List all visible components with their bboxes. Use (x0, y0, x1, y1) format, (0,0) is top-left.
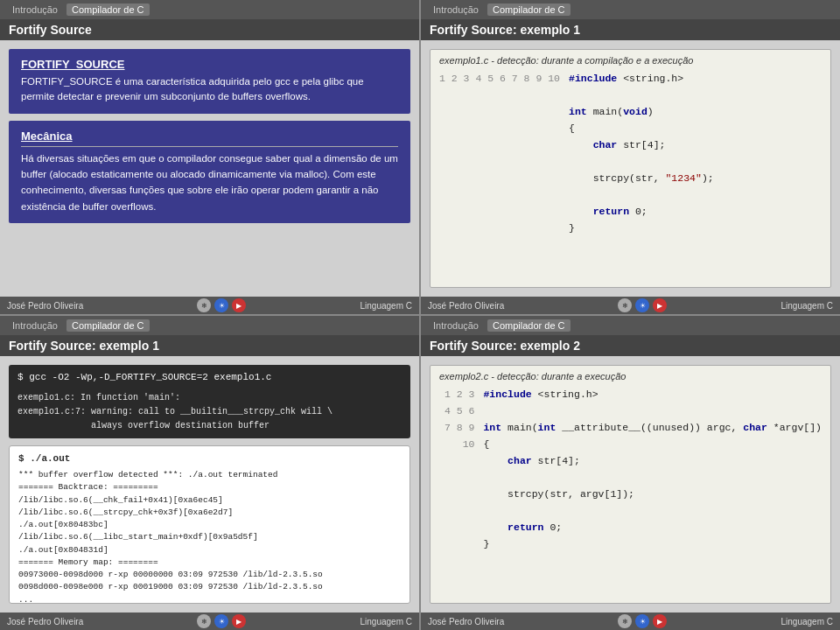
slide-3-nav[interactable]: Introdução Compilador de C (7, 319, 150, 332)
ctrl-blue-1[interactable]: ☀ (214, 298, 228, 312)
slide-2-code-content: 1 2 3 4 5 6 7 8 9 10 #include <string.h>… (439, 71, 822, 237)
run-output-box: $ ./a.out *** buffer overflow detected *… (9, 445, 410, 604)
slide-1-footer-left: José Pedro Oliveira (7, 301, 83, 311)
slide-2-title: Fortify Source: exemplo 1 (421, 19, 840, 40)
slide-1-tab-compiler[interactable]: Compilador de C (66, 4, 150, 16)
slide-3-title: Fortify Source: exemplo 1 (0, 335, 419, 356)
slide-3-header: Introdução Compilador de C (0, 316, 419, 335)
slide-2-line-numbers: 1 2 3 4 5 6 7 8 9 10 (439, 71, 569, 237)
slide-1: Introdução Compilador de C Fortify Sourc… (0, 0, 419, 314)
slide-2-header: Introdução Compilador de C (421, 0, 840, 19)
ctrl-snow-2[interactable]: ❄ (618, 298, 632, 312)
slide-2-footer-left: José Pedro Oliveira (428, 301, 504, 311)
slide-2-footer-right: Linguagem C (781, 301, 833, 311)
slide-4-code-header: exemplo2.c - detecção: durante a execuçã… (439, 371, 822, 382)
ctrl-blue-3[interactable]: ☀ (214, 614, 228, 628)
slide-4-controls[interactable]: ❄ ☀ ▶ (618, 614, 667, 628)
slide-4-title: Fortify Source: exemplo 2 (421, 335, 840, 356)
slide-2: Introdução Compilador de C Fortify Sourc… (421, 0, 840, 314)
slide-3-footer: José Pedro Oliveira ❄ ☀ ▶ Linguagem C (0, 612, 419, 630)
mecanica-box: Mecânica Há diversas situações em que o … (9, 121, 410, 224)
slide-3-body: $ gcc -O2 -Wp,-D_FORTIFY_SOURCE=2 exempl… (0, 356, 419, 612)
slide-4-code-content: 1 2 3 4 5 6 7 8 9 10 #include <string.h>… (439, 387, 822, 553)
slide-4-tab-compiler[interactable]: Compilador de C (487, 319, 570, 332)
ctrl-red-3[interactable]: ▶ (232, 614, 246, 628)
mecanica-text: Há diversas situações em que o compilado… (21, 150, 398, 215)
slide-4-tab-intro[interactable]: Introdução (428, 319, 484, 332)
slide-3-controls[interactable]: ❄ ☀ ▶ (197, 614, 246, 628)
fortify-source-box: FORTIFY_SOURCE FORTIFY_SOURCE é uma cara… (9, 49, 410, 114)
ctrl-snow-4[interactable]: ❄ (618, 614, 632, 628)
fortify-box-text: FORTIFY_SOURCE é uma característica adqu… (21, 74, 398, 105)
gcc-cmd-box: $ gcc -O2 -Wp,-D_FORTIFY_SOURCE=2 exempl… (9, 365, 410, 438)
slide-1-title: Fortify Source (0, 19, 419, 40)
gcc-warning-text: exemplo1.c: In function 'main': exemplo1… (18, 391, 402, 433)
ctrl-blue-4[interactable]: ☀ (635, 614, 649, 628)
ctrl-snow-1[interactable]: ❄ (197, 298, 211, 312)
slide-2-controls[interactable]: ❄ ☀ ▶ (618, 298, 667, 312)
slide-1-header: Introdução Compilador de C (0, 0, 419, 19)
slide-3-tab-compiler[interactable]: Compilador de C (66, 319, 150, 332)
ctrl-red-1[interactable]: ▶ (232, 298, 246, 312)
slide-3-tab-intro[interactable]: Introdução (7, 319, 63, 332)
slide-1-nav[interactable]: Introdução Compilador de C (7, 4, 150, 16)
slide-4-line-numbers: 1 2 3 4 5 6 7 8 9 10 (439, 387, 483, 553)
slide-1-tab-intro[interactable]: Introdução (7, 4, 63, 16)
ctrl-red-2[interactable]: ▶ (653, 298, 667, 312)
slide-1-footer: José Pedro Oliveira ❄ ☀ ▶ Linguagem C (0, 297, 419, 314)
slide-2-code-text: #include <string.h> int main(void) { cha… (569, 71, 714, 237)
slide-2-tab-compiler[interactable]: Compilador de C (487, 4, 570, 16)
slide-4-footer: José Pedro Oliveira ❄ ☀ ▶ Linguagem C (421, 612, 840, 630)
gcc-cmd-text: $ gcc -O2 -Wp,-D_FORTIFY_SOURCE=2 exempl… (18, 370, 402, 386)
slide-2-nav[interactable]: Introdução Compilador de C (428, 4, 570, 16)
slide-2-code-header: exemplo1.c - detecção: durante a compila… (439, 55, 822, 66)
slide-3-footer-left: José Pedro Oliveira (7, 617, 83, 626)
slide-2-body: exemplo1.c - detecção: durante a compila… (421, 40, 840, 297)
slide-1-body: FORTIFY_SOURCE FORTIFY_SOURCE é uma cara… (0, 40, 419, 297)
run-cmd-label: $ ./a.out (18, 452, 401, 466)
slide-2-footer: José Pedro Oliveira ❄ ☀ ▶ Linguagem C (421, 297, 840, 314)
ctrl-blue-2[interactable]: ☀ (635, 298, 649, 312)
slide-2-code-container: exemplo1.c - detecção: durante a compila… (430, 49, 831, 288)
ctrl-red-4[interactable]: ▶ (653, 614, 667, 628)
slide-4-footer-right: Linguagem C (781, 617, 833, 626)
slide-4-footer-left: José Pedro Oliveira (428, 617, 504, 626)
slide-4-code-text: #include <string.h> int main(int __attri… (483, 387, 822, 553)
slide-4-nav[interactable]: Introdução Compilador de C (428, 319, 570, 332)
slide-4: Introdução Compilador de C Fortify Sourc… (421, 316, 840, 630)
slide-4-header: Introdução Compilador de C (421, 316, 840, 335)
slide-3: Introdução Compilador de C Fortify Sourc… (0, 316, 419, 630)
run-output-text: *** buffer overflow detected ***: ./a.ou… (18, 469, 401, 604)
slide-2-tab-intro[interactable]: Introdução (428, 4, 484, 16)
mecanica-title: Mecânica (21, 130, 398, 147)
slide-4-body: exemplo2.c - detecção: durante a execuçã… (421, 356, 840, 612)
slide-1-footer-right: Linguagem C (360, 301, 412, 311)
slide-3-footer-right: Linguagem C (360, 617, 412, 626)
slide-1-controls[interactable]: ❄ ☀ ▶ (197, 298, 246, 312)
ctrl-snow-3[interactable]: ❄ (197, 614, 211, 628)
fortify-box-title: FORTIFY_SOURCE (21, 58, 398, 71)
slide-4-code-container: exemplo2.c - detecção: durante a execuçã… (430, 365, 831, 604)
